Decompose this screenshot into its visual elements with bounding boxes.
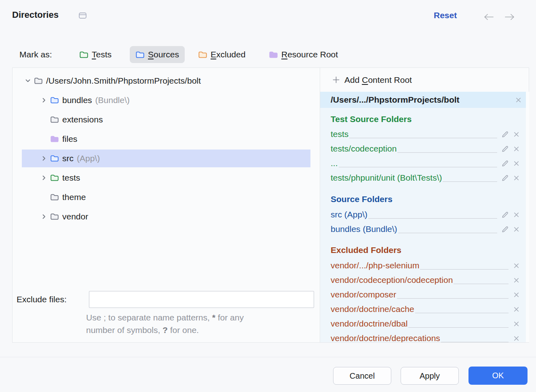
tree-row-project-root[interactable]: /Users/John.Smith/PhpstormProjects/bolt — [22, 72, 310, 90]
cancel-button[interactable]: Cancel — [333, 367, 391, 385]
tree-row-vendor[interactable]: vendor — [22, 208, 310, 226]
remove-folder-icon[interactable] — [512, 319, 521, 328]
content-root-path-row[interactable]: /Users/.../PhpstormProjects/bolt — [320, 92, 529, 108]
remove-folder-icon[interactable] — [512, 130, 521, 139]
tree-row-theme[interactable]: theme — [22, 188, 310, 206]
excluded-folders-title: Excluded Folders — [331, 245, 401, 257]
underline-fill — [415, 313, 509, 313]
sources-folder-icon — [135, 51, 145, 59]
tree-row-tests[interactable]: tests — [22, 169, 310, 187]
mark-as-resource-root-button[interactable]: Resource Root — [269, 46, 338, 63]
mark-as-sources-button[interactable]: Sources — [130, 46, 185, 63]
test-source-folder-row[interactable]: ... — [331, 156, 521, 171]
edit-folder-icon[interactable] — [500, 159, 509, 168]
add-content-root-label: Add Content Root — [344, 75, 412, 85]
forward-arrow-icon[interactable] — [504, 13, 516, 23]
edit-folder-icon[interactable] — [500, 173, 509, 182]
page-title: Directories — [12, 10, 59, 20]
add-content-root-button[interactable]: Add Content Root — [320, 68, 529, 92]
tree-item-label: /Users/John.Smith/PhpstormProjects/bolt — [46, 76, 201, 86]
remove-folder-icon[interactable] — [512, 334, 521, 342]
test-source-folder-row[interactable]: tests/phpunit/unit (Bolt\Tests\) — [331, 171, 521, 185]
mark-as-tests-button[interactable]: Tests — [79, 46, 112, 63]
edit-folder-icon[interactable] — [500, 210, 509, 219]
back-arrow-icon[interactable] — [483, 13, 495, 23]
tree-row-src-selected[interactable]: src (App\) — [22, 150, 310, 167]
exclude-files-label: Exclude files: — [17, 295, 67, 304]
remove-folder-icon[interactable] — [512, 144, 521, 153]
reset-link[interactable]: Reset — [434, 11, 457, 20]
excluded-folder-row[interactable]: vendor/doctrine/deprecations — [331, 331, 521, 342]
tree-item-annotation: (App\) — [77, 154, 100, 163]
content-root-details: Test Source Folders tests tests/codecept… — [320, 108, 529, 342]
test-source-folder-row[interactable]: tests — [331, 127, 521, 141]
underline-fill — [349, 138, 497, 138]
apply-button[interactable]: Apply — [401, 367, 459, 385]
folder-icon — [50, 116, 59, 124]
mark-as-excluded-button[interactable]: Excluded — [198, 46, 245, 63]
tree-item-label: bundles — [62, 95, 92, 105]
exclude-files-input[interactable] — [89, 291, 314, 308]
folder-icon — [34, 77, 43, 85]
remove-folder-icon[interactable] — [512, 276, 521, 285]
directories-settings-dialog: Directories Reset Mark as: Tests Sources… — [0, 0, 536, 392]
test-folder-icon — [50, 174, 59, 182]
edit-folder-icon[interactable] — [500, 130, 509, 139]
tree-item-label: src — [62, 154, 74, 163]
footer-divider — [0, 357, 536, 357]
remove-folder-icon[interactable] — [512, 173, 521, 182]
remove-folder-icon[interactable] — [512, 305, 521, 314]
chevron-spacer — [40, 135, 48, 143]
plus-icon — [332, 76, 340, 84]
expand-chevron-icon[interactable] — [40, 97, 48, 104]
source-folder-icon — [50, 154, 59, 162]
remove-folder-icon[interactable] — [512, 210, 521, 219]
tree-item-annotation: (Bundle\) — [95, 95, 130, 105]
excluded-folder-row[interactable]: vendor/.../php-selenium — [331, 258, 521, 273]
directories-page-icon — [78, 12, 87, 21]
test-source-folder-row[interactable]: tests/codeception — [331, 141, 521, 156]
underline-fill — [408, 327, 509, 328]
underline-fill — [443, 181, 497, 182]
tree-row-bundles[interactable]: bundles (Bundle\) — [22, 91, 310, 109]
excluded-folder-row[interactable]: vendor/doctrine/dbal — [331, 316, 521, 331]
excluded-folder-row[interactable]: vendor/composer — [331, 287, 521, 302]
underline-fill — [397, 152, 497, 153]
expand-chevron-icon[interactable] — [40, 213, 48, 220]
remove-folder-icon[interactable] — [512, 261, 521, 270]
expand-chevron-icon[interactable] — [40, 155, 48, 162]
remove-folder-icon[interactable] — [512, 225, 521, 234]
chevron-spacer — [40, 116, 48, 123]
test-source-folders-title: Test Source Folders — [331, 114, 411, 126]
collapse-chevron-icon[interactable] — [24, 77, 32, 84]
underline-fill — [420, 269, 509, 270]
remove-folder-icon[interactable] — [512, 159, 521, 168]
remove-content-root-icon[interactable] — [514, 95, 523, 104]
excluded-folder-row[interactable]: vendor/codeception/codeception — [331, 273, 521, 287]
mark-as-label: Mark as: — [19, 50, 52, 59]
expand-chevron-icon[interactable] — [40, 174, 48, 181]
ok-button[interactable]: OK — [468, 367, 528, 385]
resource-root-folder-icon — [269, 51, 278, 59]
source-folder-icon — [50, 96, 59, 104]
tree-row-extensions[interactable]: extensions — [22, 111, 310, 129]
tree-item-label: tests — [62, 173, 80, 183]
excluded-folder-row[interactable]: vendor/doctrine/cache — [331, 302, 521, 316]
underline-fill — [339, 167, 497, 167]
tests-folder-icon — [79, 51, 89, 59]
source-folders-title: Source Folders — [331, 194, 393, 206]
mark-as-excluded-label: Excluded — [211, 50, 245, 59]
underline-fill — [398, 233, 497, 233]
folder-icon — [50, 213, 59, 221]
edit-folder-icon[interactable] — [500, 144, 509, 153]
remove-folder-icon[interactable] — [512, 290, 521, 299]
mark-as-sources-label: Sources — [148, 50, 179, 59]
source-folder-row[interactable]: src (App\) — [331, 207, 521, 222]
edit-folder-icon[interactable] — [500, 225, 509, 234]
scrollbar-gutter[interactable] — [526, 92, 529, 342]
tree-row-files[interactable]: files — [22, 130, 310, 148]
resource-root-folder-icon — [50, 135, 59, 143]
mark-as-resource-root-label: Resource Root — [281, 50, 338, 59]
source-folder-row[interactable]: bundles (Bundle\) — [331, 222, 521, 236]
underline-fill — [368, 218, 497, 219]
